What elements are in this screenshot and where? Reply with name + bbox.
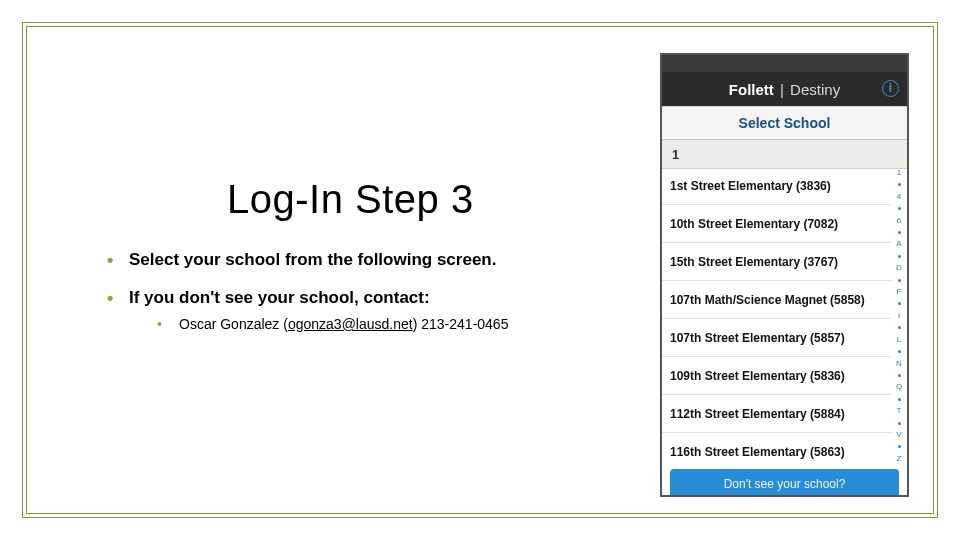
alpha-index-rail[interactable]: 146ADFILNQTVZ [893,167,905,465]
index-letter[interactable]: N [896,360,902,368]
presentation-slide: Log-In Step 3 Select your school from th… [0,0,960,540]
list-item[interactable]: 112th Street Elementary (5884) [662,395,892,433]
app-header: Follett | Destiny i [662,72,907,106]
phone-screenshot: Follett | Destiny i Select School 1 1st … [660,53,909,497]
list-item[interactable]: 116th Street Elementary (5863) [662,433,892,465]
index-dot [898,422,901,425]
index-dot [898,207,901,210]
status-bar [662,55,907,72]
index-letter[interactable]: 1 [897,169,901,177]
index-dot [898,279,901,282]
index-dot [898,183,901,186]
bullet-item: Select your school from the following sc… [107,250,627,270]
school-list[interactable]: 1st Street Elementary (3836) 10th Street… [662,167,892,465]
outer-border: Log-In Step 3 Select your school from th… [22,22,938,518]
slide-content: Log-In Step 3 Select your school from th… [107,177,627,350]
dont-see-school-button[interactable]: Don't see your school? [670,469,899,497]
sub-bullet-list: Oscar Gonzalez (ogonza3@lausd.net) 213-2… [157,316,627,332]
contact-line: Oscar Gonzalez (ogonza3@lausd.net) 213-2… [157,316,627,332]
index-dot [898,231,901,234]
index-dot [898,302,901,305]
list-item[interactable]: 107th Math/Science Magnet (5858) [662,281,892,319]
contact-email[interactable]: ogonza3@lausd.net [288,316,413,332]
contact-name: Oscar Gonzalez [179,316,279,332]
slide-title: Log-In Step 3 [227,177,627,222]
select-school-header: Select School [662,106,907,140]
index-letter[interactable]: Q [896,383,902,391]
list-item[interactable]: 15th Street Elementary (3767) [662,243,892,281]
index-letter[interactable]: D [896,264,902,272]
index-dot [898,255,901,258]
contact-phone: 213-241-0465 [421,316,508,332]
index-letter[interactable]: L [897,336,901,344]
index-dot [898,350,901,353]
index-letter[interactable]: Z [897,455,902,463]
index-letter[interactable]: T [897,407,902,415]
info-icon[interactable]: i [882,80,899,97]
section-header: 1 [662,140,907,169]
bullet-item: If you don't see your school, contact: O… [107,288,627,332]
list-item[interactable]: 109th Street Elementary (5836) [662,357,892,395]
list-item[interactable]: 1st Street Elementary (3836) [662,167,892,205]
index-dot [898,398,901,401]
index-letter[interactable]: F [897,288,902,296]
bullet-text: If you don't see your school, contact: [129,288,430,307]
inner-border: Log-In Step 3 Select your school from th… [26,26,934,514]
brand-bold: Follett [729,81,774,98]
index-dot [898,374,901,377]
index-letter[interactable]: V [896,431,901,439]
index-dot [898,445,901,448]
brand-light: Destiny [790,81,840,98]
index-dot [898,326,901,329]
bullet-list: Select your school from the following sc… [107,250,627,332]
index-letter[interactable]: A [896,240,901,248]
index-letter[interactable]: I [898,312,900,320]
brand-separator: | [780,81,784,98]
list-item[interactable]: 107th Street Elementary (5857) [662,319,892,357]
index-letter[interactable]: 4 [897,193,901,201]
app-brand: Follett | Destiny [729,81,840,98]
index-letter[interactable]: 6 [897,217,901,225]
list-item[interactable]: 10th Street Elementary (7082) [662,205,892,243]
